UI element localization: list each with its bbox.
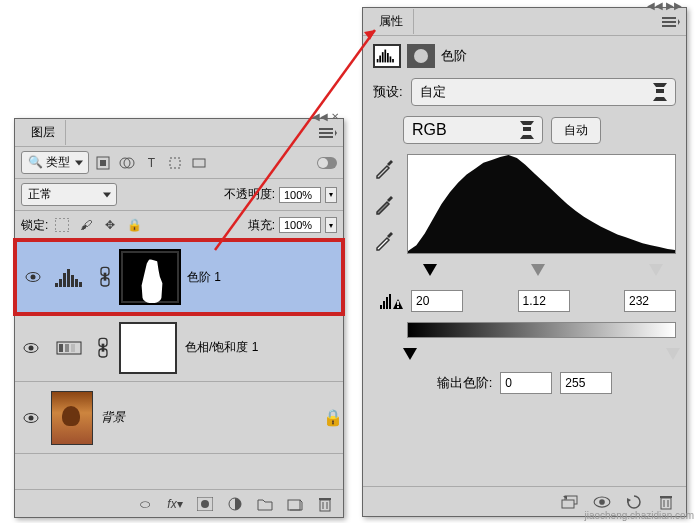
mask-link-icon[interactable] xyxy=(95,337,111,358)
layer-filter-row: 🔍 类型 T xyxy=(15,147,343,179)
svg-marker-47 xyxy=(678,19,680,25)
svg-rect-28 xyxy=(59,344,63,352)
channel-select[interactable]: RGB xyxy=(403,116,543,144)
input-white-field[interactable] xyxy=(624,290,676,312)
black-point-slider[interactable] xyxy=(423,264,437,276)
gray-eyedropper-icon[interactable] xyxy=(373,194,395,216)
panel-menu-icon[interactable] xyxy=(662,15,680,29)
new-group-icon[interactable] xyxy=(255,494,275,514)
mask-mode-icon[interactable] xyxy=(407,44,435,68)
layer-name-label: 背景 xyxy=(101,409,315,426)
svg-rect-17 xyxy=(63,273,66,287)
filter-pixel-icon[interactable] xyxy=(93,153,113,173)
preset-select[interactable]: 自定 xyxy=(411,78,676,106)
auto-button[interactable]: 自动 xyxy=(551,117,601,144)
input-gamma-field[interactable] xyxy=(518,290,570,312)
svg-point-35 xyxy=(29,415,34,420)
svg-rect-57 xyxy=(386,297,388,309)
svg-rect-8 xyxy=(170,158,180,168)
filter-toggle-icon[interactable] xyxy=(317,153,337,173)
svg-rect-30 xyxy=(71,344,75,352)
filter-type-select[interactable]: 🔍 类型 xyxy=(21,151,89,174)
svg-rect-55 xyxy=(380,305,382,309)
clip-warning-icon[interactable] xyxy=(379,291,403,311)
layers-tab[interactable]: 图层 xyxy=(21,120,66,145)
svg-rect-58 xyxy=(389,294,391,309)
opacity-input[interactable]: 100% xyxy=(279,187,321,203)
adjustment-type-row: 色阶 xyxy=(373,44,676,68)
lock-position-icon[interactable]: ✥ xyxy=(100,215,120,235)
svg-rect-53 xyxy=(390,57,392,63)
new-layer-icon[interactable] xyxy=(285,494,305,514)
svg-rect-0 xyxy=(319,128,333,130)
visibility-icon[interactable] xyxy=(23,340,39,356)
properties-tab[interactable]: 属性 xyxy=(369,9,414,34)
svg-rect-39 xyxy=(288,500,300,510)
svg-rect-5 xyxy=(100,160,106,166)
mask-link-icon[interactable] xyxy=(97,266,113,287)
output-black-slider[interactable] xyxy=(403,348,417,360)
visibility-icon[interactable] xyxy=(23,410,39,426)
layer-background[interactable]: 背景 🔒 xyxy=(15,382,343,454)
svg-rect-68 xyxy=(661,498,671,509)
lock-image-icon[interactable]: 🖌 xyxy=(76,215,96,235)
clip-to-layer-icon[interactable] xyxy=(560,492,580,512)
properties-panel-header: 属性 xyxy=(363,8,686,36)
svg-rect-45 xyxy=(662,21,676,23)
lock-all-icon[interactable]: 🔒 xyxy=(124,215,144,235)
reset-icon[interactable] xyxy=(624,492,644,512)
svg-rect-63 xyxy=(562,500,574,508)
delete-adjustment-icon[interactable] xyxy=(656,492,676,512)
svg-marker-3 xyxy=(335,130,337,136)
panel-collapse-icons[interactable]: ◀◀ ▶▶ xyxy=(647,0,682,11)
delete-layer-icon[interactable] xyxy=(315,494,335,514)
svg-rect-20 xyxy=(75,279,78,287)
svg-rect-15 xyxy=(55,283,58,287)
gray-point-slider[interactable] xyxy=(531,264,545,276)
layer-hue-saturation[interactable]: 色相/饱和度 1 xyxy=(15,314,343,382)
input-levels-row xyxy=(373,290,676,312)
fill-input[interactable]: 100% xyxy=(279,217,321,233)
filter-type-icon[interactable]: T xyxy=(141,153,161,173)
levels-adjustment-icon xyxy=(53,265,89,289)
output-white-field[interactable] xyxy=(560,372,612,394)
layers-panel-header: 图层 xyxy=(15,119,343,147)
svg-rect-44 xyxy=(662,17,676,19)
layer-effects-icon[interactable]: fx▾ xyxy=(165,494,185,514)
filter-adjustment-icon[interactable] xyxy=(117,153,137,173)
lock-transparent-icon[interactable] xyxy=(52,215,72,235)
filter-smartobj-icon[interactable] xyxy=(189,153,209,173)
layer-thumbnail[interactable] xyxy=(51,391,93,445)
output-white-slider[interactable] xyxy=(666,348,680,360)
svg-rect-12 xyxy=(55,218,69,232)
layer-mask-thumbnail[interactable] xyxy=(121,251,179,303)
link-layers-icon[interactable]: ⬭ xyxy=(135,494,155,514)
blend-mode-select[interactable]: 正常 xyxy=(21,183,117,206)
panel-collapse-icons[interactable]: ◀◀ ✕ xyxy=(312,111,339,122)
preset-label: 预设: xyxy=(373,83,403,101)
channel-row: RGB 自动 xyxy=(373,116,676,144)
svg-rect-48 xyxy=(377,59,379,62)
output-black-field[interactable] xyxy=(500,372,552,394)
input-slider-track xyxy=(407,264,676,280)
panel-menu-icon[interactable] xyxy=(319,126,337,140)
visibility-icon[interactable] xyxy=(25,269,41,285)
levels-mode-icon[interactable] xyxy=(373,44,401,68)
properties-panel: ◀◀ ▶▶ 属性 色阶 预设: 自定 RGB 自动 xyxy=(362,7,687,517)
view-previous-icon[interactable] xyxy=(592,492,612,512)
opacity-dropdown-icon[interactable]: ▾ xyxy=(325,187,337,203)
black-eyedropper-icon[interactable] xyxy=(373,158,395,180)
add-mask-icon[interactable] xyxy=(195,494,215,514)
layer-mask-thumbnail[interactable] xyxy=(119,322,177,374)
new-adjustment-icon[interactable] xyxy=(225,494,245,514)
fill-dropdown-icon[interactable]: ▾ xyxy=(325,217,337,233)
white-eyedropper-icon[interactable] xyxy=(373,230,395,252)
white-point-slider[interactable] xyxy=(649,264,663,276)
filter-shape-icon[interactable] xyxy=(165,153,185,173)
filter-type-label: 类型 xyxy=(46,155,70,169)
input-black-field[interactable] xyxy=(411,290,463,312)
layer-levels[interactable]: 色阶 1 xyxy=(13,238,345,316)
svg-point-14 xyxy=(31,275,36,280)
svg-rect-1 xyxy=(319,132,333,134)
svg-rect-54 xyxy=(392,59,394,62)
